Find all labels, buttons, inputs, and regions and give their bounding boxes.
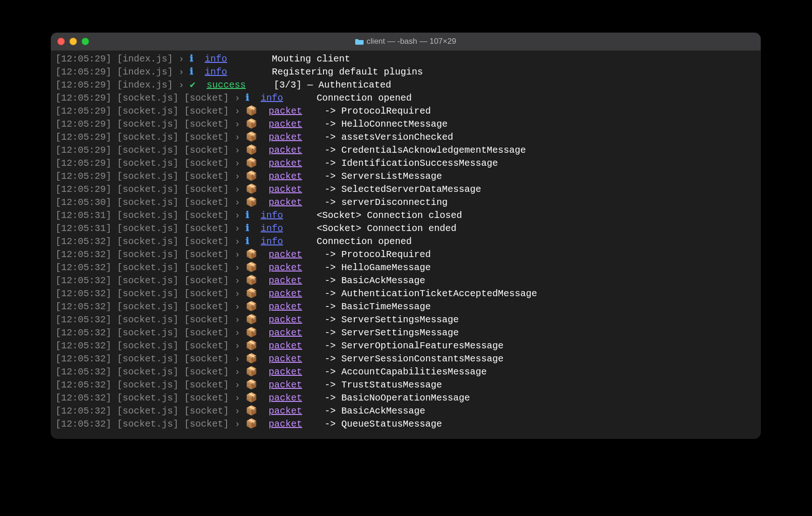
package-icon: 📦 <box>246 367 257 377</box>
context: [socket] <box>184 119 229 129</box>
log-message: Mouting client <box>272 54 350 64</box>
level-packet: packet <box>268 393 302 403</box>
chevron-icon: › <box>234 197 240 208</box>
context: [socket] <box>184 262 229 273</box>
timestamp: [12:05:32] <box>55 314 111 325</box>
source-file: [socket.js] <box>117 158 179 169</box>
timestamp: [12:05:29] <box>55 119 111 129</box>
log-line: [12:05:29] [socket.js] [socket] › 📦 pack… <box>55 157 756 170</box>
log-message: -> AccountCapabilitiesMessage <box>324 367 487 377</box>
package-icon: 📦 <box>246 119 257 129</box>
chevron-icon: › <box>234 184 240 195</box>
level-packet: packet <box>268 367 302 377</box>
info-icon: ℹ <box>190 54 193 64</box>
package-icon: 📦 <box>246 406 257 416</box>
package-icon: 📦 <box>246 393 257 403</box>
log-message: [3/3] — Authenticated <box>274 80 391 90</box>
log-message: -> CredentialsAcknowledgementMessage <box>324 145 526 156</box>
package-icon: 📦 <box>246 106 257 116</box>
timestamp: [12:05:32] <box>55 262 111 273</box>
context: [socket] <box>184 197 229 208</box>
level-packet: packet <box>268 301 302 312</box>
terminal-body[interactable]: [12:05:29] [index.js] › ℹ info Mouting c… <box>51 51 761 435</box>
chevron-icon: › <box>234 327 240 338</box>
context: [socket] <box>184 223 229 234</box>
source-file: [index.js] <box>117 67 173 77</box>
chevron-icon: › <box>179 80 184 90</box>
chevron-icon: › <box>234 314 240 325</box>
chevron-icon: › <box>234 393 240 403</box>
chevron-icon: › <box>234 210 240 221</box>
source-file: [socket.js] <box>117 106 179 116</box>
context: [socket] <box>184 367 229 377</box>
log-message: -> ServerSettingsMessage <box>324 327 459 338</box>
timestamp: [12:05:29] <box>55 93 111 103</box>
level-packet: packet <box>268 314 302 325</box>
chevron-icon: › <box>234 132 240 143</box>
terminal-window: client — -bash — 107×29 [12:05:29] [inde… <box>51 33 761 439</box>
level-packet: packet <box>268 184 302 195</box>
log-line: [12:05:32] [socket.js] [socket] › ℹ info… <box>55 235 756 248</box>
info-icon: ℹ <box>190 67 193 77</box>
context: [socket] <box>184 249 229 260</box>
context: [socket] <box>184 340 229 351</box>
level-info: info <box>205 54 227 64</box>
context: [socket] <box>184 419 229 429</box>
log-line: [12:05:29] [socket.js] [socket] › 📦 pack… <box>55 183 756 196</box>
timestamp: [12:05:29] <box>55 171 111 182</box>
level-info: info <box>261 210 283 221</box>
log-line: [12:05:29] [socket.js] [socket] › 📦 pack… <box>55 170 756 183</box>
context: [socket] <box>184 210 229 221</box>
source-file: [socket.js] <box>117 327 179 338</box>
context: [socket] <box>184 288 229 299</box>
source-file: [socket.js] <box>117 223 179 234</box>
level-packet: packet <box>268 380 302 390</box>
log-message: -> TrustStatusMessage <box>324 380 442 390</box>
chevron-icon: › <box>234 380 240 390</box>
chevron-icon: › <box>234 406 240 416</box>
info-icon: ℹ <box>246 210 249 221</box>
source-file: [socket.js] <box>117 210 179 221</box>
package-icon: 📦 <box>246 249 257 260</box>
titlebar[interactable]: client — -bash — 107×29 <box>51 33 761 51</box>
log-line: [12:05:32] [socket.js] [socket] › 📦 pack… <box>55 418 756 431</box>
chevron-icon: › <box>234 262 240 273</box>
window-title-text: client — -bash — 107×29 <box>366 37 456 46</box>
source-file: [socket.js] <box>117 197 179 208</box>
log-line: [12:05:29] [socket.js] [socket] › 📦 pack… <box>55 131 756 144</box>
package-icon: 📦 <box>246 171 257 182</box>
context: [socket] <box>184 132 229 143</box>
source-file: [socket.js] <box>117 393 179 403</box>
source-file: [socket.js] <box>117 236 179 247</box>
context: [socket] <box>184 93 229 103</box>
timestamp: [12:05:32] <box>55 353 111 364</box>
chevron-icon: › <box>234 223 240 234</box>
timestamp: [12:05:32] <box>55 393 111 403</box>
package-icon: 📦 <box>246 275 257 286</box>
timestamp: [12:05:32] <box>55 236 111 247</box>
log-message: -> AuthenticationTicketAcceptedMessage <box>324 288 537 299</box>
timestamp: [12:05:32] <box>55 367 111 377</box>
minimize-icon[interactable] <box>69 38 77 45</box>
package-icon: 📦 <box>246 132 257 143</box>
level-info: info <box>205 67 227 77</box>
package-icon: 📦 <box>246 145 257 156</box>
source-file: [socket.js] <box>117 406 179 416</box>
log-line: [12:05:31] [socket.js] [socket] › ℹ info… <box>55 222 756 235</box>
package-icon: 📦 <box>246 197 257 208</box>
level-info: info <box>261 223 283 234</box>
close-icon[interactable] <box>57 38 65 45</box>
level-packet: packet <box>268 288 302 299</box>
context: [socket] <box>184 380 229 390</box>
log-message: -> ServerOptionalFeaturesMessage <box>324 340 503 351</box>
log-message: -> ServerSessionConstantsMessage <box>324 353 503 364</box>
level-packet: packet <box>268 275 302 286</box>
log-line: [12:05:29] [socket.js] [socket] › 📦 pack… <box>55 118 756 131</box>
log-message: Connection opened <box>317 93 412 103</box>
context: [socket] <box>184 158 229 169</box>
log-line: [12:05:29] [index.js] › ℹ info Mouting c… <box>55 53 756 66</box>
package-icon: 📦 <box>246 262 257 273</box>
maximize-icon[interactable] <box>82 38 89 45</box>
log-line: [12:05:32] [socket.js] [socket] › 📦 pack… <box>55 300 756 313</box>
package-icon: 📦 <box>246 380 257 390</box>
